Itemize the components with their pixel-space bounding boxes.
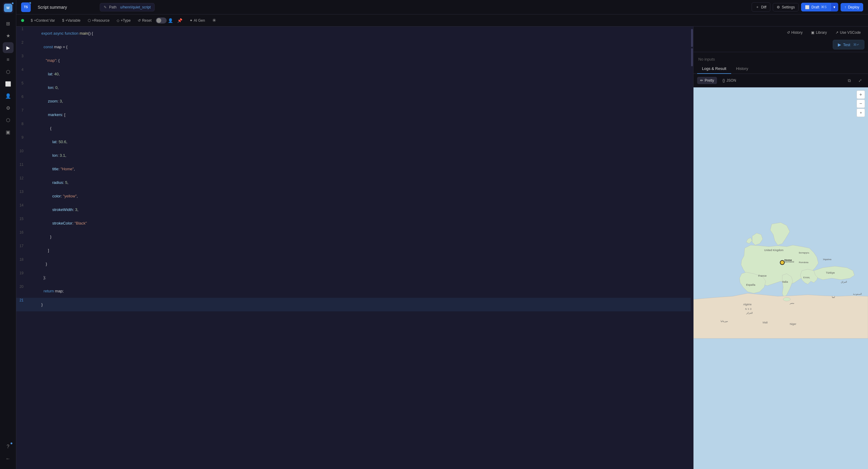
sidebar-item-schedule[interactable]: ⬜ — [3, 79, 13, 89]
line-content-7: markers: [ — [28, 108, 687, 122]
sidebar-nav: W ⊞ ★ ▶ ≡ ⬡ ⬜ 👤 ⚙ ⬡ ▣ ? ← — [0, 0, 16, 469]
svg-text:Türkiye: Türkiye — [826, 271, 835, 274]
path-icon: ✎ — [104, 5, 107, 9]
svg-text:موريتانيا: موريتانيا — [721, 320, 728, 322]
code-line-1: 1 export async function main() { — [16, 27, 691, 40]
line-content-19: }; — [28, 271, 687, 284]
settings-label: Settings — [782, 5, 795, 9]
test-button[interactable]: ▶ Test ⌘↵ — [833, 40, 864, 50]
pin-button[interactable]: 📌 — [174, 17, 185, 24]
line-content-21: } — [28, 298, 687, 311]
code-line-21: 21 } — [16, 298, 691, 311]
line-num-8: 8 — [16, 122, 28, 135]
tab-history[interactable]: History — [731, 64, 753, 74]
line-content-4: lat: 40, — [28, 67, 687, 81]
settings-icon: ⚙ — [777, 5, 780, 9]
code-line-11: 11 title: "Home", — [16, 162, 691, 176]
sidebar-item-help[interactable]: ? — [3, 441, 13, 452]
reset-view-button[interactable]: ⌖ — [857, 108, 865, 117]
diff-label: Diff — [761, 5, 767, 9]
code-editor[interactable]: 1 export async function main() { 2 const… — [16, 27, 691, 469]
line-content-15: strokeColor: "Black" — [28, 216, 687, 230]
variable-button[interactable]: $ +Variable — [59, 17, 84, 24]
diff-button[interactable]: ＋ Diff — [752, 2, 770, 12]
settings-button[interactable]: ⚙ Settings — [773, 3, 799, 11]
line-content-14: strokeWidth: 3, — [28, 203, 687, 216]
ai-gen-label: AI Gen — [194, 19, 205, 23]
code-line-19: 19 }; — [16, 271, 691, 284]
json-button[interactable]: {} JSON — [719, 77, 739, 84]
map-controls: + − ⌖ — [857, 90, 865, 117]
deploy-chevron-button[interactable]: ▾ — [831, 3, 838, 11]
tab-logs-result[interactable]: Logs & Result — [697, 64, 731, 74]
sidebar-item-users[interactable]: 👤 — [3, 90, 13, 101]
sidebar-item-collapse[interactable]: ← — [3, 453, 13, 464]
vscode-button[interactable]: ↗ Use VSCode — [832, 29, 864, 36]
vscode-label: Use VSCode — [840, 30, 861, 35]
sidebar-item-home[interactable]: ⊞ — [3, 18, 13, 29]
sidebar-item-variables[interactable]: ≡ — [3, 54, 13, 65]
draft-button[interactable]: ⬜ Draft ⌘S — [801, 3, 830, 11]
variable-icon: $ — [62, 19, 64, 23]
context-var-button[interactable]: $ +Context Var — [28, 17, 58, 24]
ai-gen-button[interactable]: ✦ AI Gen — [187, 17, 208, 24]
code-line-5: 5 lon: 0, — [16, 81, 691, 94]
code-editor-wrapper: 1 export async function main() { 2 const… — [16, 27, 693, 469]
line-num-10: 10 — [16, 149, 28, 162]
nav-bottom: ? ← — [3, 441, 13, 467]
code-line-20: 20 return map; — [16, 284, 691, 298]
zoom-in-button[interactable]: + — [857, 90, 865, 99]
svg-text:الجزائر: الجزائر — [746, 312, 752, 314]
play-icon: ▶ — [838, 42, 841, 47]
line-num-4: 4 — [16, 67, 28, 81]
line-content-18: } — [28, 257, 687, 271]
svg-text:Algérie: Algérie — [743, 303, 752, 306]
line-num-3: 3 — [16, 54, 28, 67]
sidebar-item-favorites[interactable]: ★ — [3, 30, 13, 41]
map-marker — [780, 260, 784, 264]
toggle-switch[interactable] — [156, 18, 167, 24]
header-actions: ＋ Diff ⚙ Settings ⬜ Draft ⌘S ▾ ↑ Deploy — [752, 2, 863, 12]
code-line-8: 8 { — [16, 122, 691, 135]
sidebar-item-flows[interactable]: ▶ — [3, 42, 13, 53]
editor-scrollbar[interactable] — [691, 27, 693, 469]
sidebar-item-integrations[interactable]: ⬡ — [3, 115, 13, 125]
line-num-15: 15 — [16, 216, 28, 230]
code-line-16: 16 } — [16, 230, 691, 244]
line-content-3: "map": { — [28, 54, 687, 67]
path-value: u/henri/quiet_script — [120, 5, 151, 9]
svg-text:Беларусь: Беларусь — [799, 251, 809, 254]
line-num-21: 21 — [16, 298, 28, 311]
copy-button[interactable]: ⧉ — [845, 76, 854, 85]
zoom-out-button[interactable]: − — [857, 99, 865, 108]
line-num-7: 7 — [16, 108, 28, 122]
pretty-button[interactable]: ✏ Pretty — [697, 77, 717, 84]
code-line-12: 12 radius: 5, — [16, 176, 691, 189]
svg-text:Niger: Niger — [789, 322, 796, 325]
sidebar-item-settings[interactable]: ⚙ — [3, 102, 13, 113]
main-content: TS ✎ Path u/henri/quiet_script ＋ Diff ⚙ … — [16, 0, 868, 469]
library-button[interactable]: ▣ Library — [807, 29, 831, 36]
nav-items: ⊞ ★ ▶ ≡ ⬡ ⬜ 👤 ⚙ ⬡ ▣ — [3, 18, 13, 441]
type-button[interactable]: ◇ +Type — [114, 17, 133, 24]
line-content-8: { — [28, 122, 687, 135]
expand-button[interactable]: ⤢ — [856, 76, 864, 85]
sidebar-item-library[interactable]: ▣ — [3, 127, 13, 137]
svg-text:ليبيا: ليبيا — [832, 296, 835, 299]
app-logo[interactable]: W — [3, 2, 13, 13]
result-tabs: Logs & Result History — [693, 64, 868, 74]
deploy-button[interactable]: ↑ Deploy — [841, 3, 863, 11]
line-content-5: lon: 0, — [28, 81, 687, 94]
map-container: United Kingdom Deutschland France España… — [693, 87, 868, 469]
json-icon: {} — [722, 79, 725, 83]
more-button[interactable]: ✳ — [209, 16, 219, 24]
reset-button[interactable]: ↺ Reset — [135, 17, 154, 24]
script-title-input[interactable] — [34, 3, 94, 12]
history-button[interactable]: ↺ History — [783, 29, 806, 36]
sidebar-item-resources[interactable]: ⬡ — [3, 66, 13, 77]
resource-button[interactable]: ⬡ +Resource — [85, 17, 113, 24]
line-num-20: 20 — [16, 284, 28, 298]
draft-label: Draft — [811, 5, 819, 9]
map-svg: United Kingdom Deutschland France España… — [693, 87, 868, 469]
reset-icon: ↺ — [138, 19, 141, 23]
